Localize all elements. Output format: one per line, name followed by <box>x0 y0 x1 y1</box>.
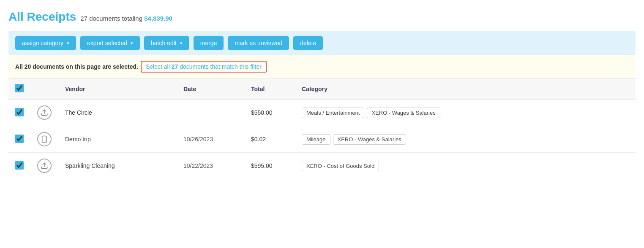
export-selected-dropdown-arrow: ▾ <box>131 40 133 46</box>
receipts-table: Vendor Date Total Category The Circle$55… <box>8 79 636 179</box>
table-header-row: Vendor Date Total Category <box>8 79 636 99</box>
row-checkbox-cell <box>8 153 30 179</box>
category-tag[interactable]: Mileage <box>302 134 330 145</box>
row-1-checkbox[interactable] <box>15 135 24 143</box>
row-categories: XERO - Cost of Goods Sold <box>295 153 636 179</box>
select-all-count: 27 <box>172 63 178 70</box>
category-tag[interactable]: XERO - Wages & Salaries <box>333 134 406 145</box>
doc-label: documents totaling <box>89 15 142 22</box>
row-total: $595.00 <box>244 153 295 179</box>
select-all-checkbox[interactable] <box>15 84 24 92</box>
category-tag[interactable]: XERO - Wages & Salaries <box>367 108 440 118</box>
delete-button[interactable]: delete <box>293 36 323 50</box>
assign-category-label: assign category <box>22 40 63 46</box>
batch-edit-dropdown-arrow: ▾ <box>180 40 183 46</box>
row-icon-cell <box>30 99 58 126</box>
row-0-checkbox[interactable] <box>15 108 24 116</box>
batch-edit-label: batch edit <box>151 40 177 46</box>
page-header: All Receipts 27 documents totaling $4,83… <box>8 10 636 24</box>
header-vendor: Vendor <box>58 79 177 99</box>
header-total: Total <box>244 79 295 99</box>
header-category: Category <box>295 79 636 99</box>
row-total: $0.02 <box>244 126 295 153</box>
toolbar: assign category ▾ export selected ▾ batc… <box>8 31 636 55</box>
row-icon-cell <box>30 126 58 153</box>
row-date <box>177 99 244 126</box>
header-checkbox-cell <box>8 79 30 99</box>
merge-button[interactable]: merge <box>194 36 224 50</box>
doc-count: 27 <box>80 15 87 22</box>
row-date: 10/22/2023 <box>177 153 244 179</box>
row-categories: Meals / EntertainmentXERO - Wages & Sala… <box>295 99 636 126</box>
row-icon-cell <box>30 153 58 179</box>
assign-category-button[interactable]: assign category ▾ <box>15 36 76 50</box>
select-all-link[interactable]: Select all 27 documents that match this … <box>141 61 267 73</box>
category-tag[interactable]: XERO - Cost of Goods Sold <box>302 161 379 171</box>
row-2-checkbox[interactable] <box>15 161 24 170</box>
header-icon-col <box>30 79 58 99</box>
category-tag[interactable]: Meals / Entertainment <box>302 108 364 118</box>
batch-edit-button[interactable]: batch edit ▾ <box>144 36 189 50</box>
row-checkbox-cell <box>8 99 30 126</box>
table-row: Demo trip10/26/2023$0.02MileageXERO - Wa… <box>8 126 636 153</box>
row-date: 10/26/2023 <box>177 126 244 153</box>
table-row: The Circle$550.00Meals / EntertainmentXE… <box>8 99 636 126</box>
export-selected-label: export selected <box>87 40 127 46</box>
phone-icon <box>37 132 52 146</box>
merge-label: merge <box>200 40 217 46</box>
mark-as-unviewed-label: mark as unviewed <box>235 40 282 46</box>
header-date: Date <box>177 79 244 99</box>
export-selected-button[interactable]: export selected ▾ <box>80 36 140 50</box>
row-vendor[interactable]: Demo trip <box>58 126 177 153</box>
assign-category-dropdown-arrow: ▾ <box>67 40 69 46</box>
mark-as-unviewed-button[interactable]: mark as unviewed <box>228 36 289 50</box>
selection-banner: All 20 documents on this page are select… <box>8 55 636 79</box>
row-total: $550.00 <box>244 99 295 126</box>
selected-text: All 20 documents on this page are select… <box>15 63 138 70</box>
row-vendor[interactable]: The Circle <box>58 99 177 126</box>
total-amount: $4,839.90 <box>144 15 172 22</box>
row-categories: MileageXERO - Wages & Salaries <box>295 126 636 153</box>
table-row: Sparkling Cleaning10/22/2023$595.00XERO … <box>8 153 636 179</box>
delete-label: delete <box>300 40 316 46</box>
page-title: All Receipts <box>8 10 76 24</box>
select-all-suffix: documents that match this filter <box>178 63 262 70</box>
upload-icon <box>37 159 52 173</box>
row-checkbox-cell <box>8 126 30 153</box>
upload-icon <box>37 105 52 120</box>
page-subtitle: 27 documents totaling $4,839.90 <box>80 15 172 22</box>
row-vendor[interactable]: Sparkling Cleaning <box>58 153 177 179</box>
select-all-prefix: Select all <box>146 63 172 70</box>
